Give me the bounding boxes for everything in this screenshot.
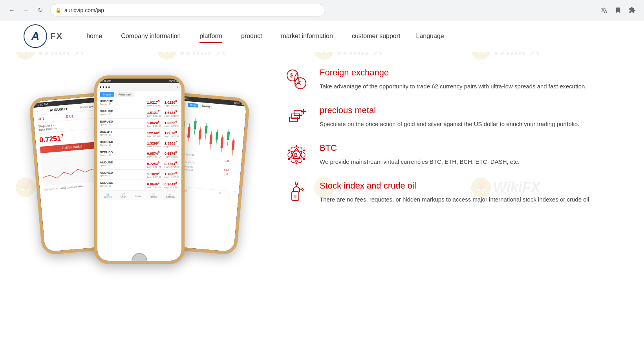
tab-advanced[interactable]: Advanced [115, 92, 134, 97]
center-footer: 📊Quotes 📈Chart ↕Trade 🕐History ⚙Setti [97, 190, 181, 200]
info-section: $ € Foreign exchange Take advantage of t… [283, 60, 620, 335]
stock-icon [283, 181, 310, 204]
main-nav: home Company information platform produc… [86, 31, 400, 41]
nav-product[interactable]: product [241, 31, 262, 41]
translate-button[interactable] [598, 5, 609, 16]
url-text: auricvip.com/jap [64, 7, 104, 13]
main-content: 10:50 AM ▋▋▋ ‹ AUDUSD▼ Market Execution … [0, 52, 644, 350]
footer-history[interactable]: 🕐History [150, 193, 157, 198]
btc-content: BTC We provide mainstream virtual curren… [320, 143, 620, 167]
list-item[interactable]: EURUSDSpread: 16 1.06208Low: 1.06105 1.0… [97, 119, 181, 129]
logo-a: A [31, 30, 39, 42]
feature-forex: $ € Foreign exchange Take advantage of t… [283, 68, 620, 91]
language-selector[interactable]: Language [416, 33, 444, 40]
nav-support[interactable]: customer support [352, 31, 401, 41]
footer-trade[interactable]: ↕Trade [135, 193, 141, 198]
forex-content: Foreign exchange Take advantage of the o… [320, 68, 620, 91]
nav-buttons: ← → ↻ [6, 5, 46, 16]
left-price-1: -0.1 [37, 116, 44, 121]
svg-rect-38 [292, 114, 300, 119]
right-battery: 96% 🔋 [234, 101, 245, 105]
browser-chrome: ← → ↻ 🔒 auricvip.com/jap [0, 0, 644, 20]
header: A FX home Company information platform p… [0, 20, 644, 52]
svg-rect-17 [220, 137, 223, 148]
nav-platform[interactable]: platform [199, 31, 222, 41]
right-tab-custom[interactable]: Custom [199, 104, 212, 109]
list-item[interactable]: USDCHFSpread: 25 1.02175Low: 1.01952 1.0… [97, 98, 181, 108]
forex-desc: Take advantage of the opportunity to tra… [320, 82, 620, 91]
precious-content: precious metal Speculate on the price ac… [320, 105, 620, 129]
footer-quotes[interactable]: 📊Quotes [104, 193, 112, 198]
svg-point-45 [296, 145, 298, 147]
svg-rect-11 [205, 126, 207, 134]
btc-icon: B [283, 143, 310, 167]
address-bar[interactable]: 🔒 auricvip.com/jap [50, 4, 325, 16]
list-item[interactable]: USDCADSpread: 30 1.32987Low: 1.32862 1.3… [97, 139, 181, 149]
back-button[interactable]: ← [6, 5, 17, 16]
svg-text:€: € [298, 80, 301, 86]
nav-company[interactable]: Company information [121, 31, 181, 41]
svg-point-49 [288, 158, 290, 160]
left-time: 10:50 AM [36, 103, 48, 107]
right-tab-month[interactable]: Month [188, 103, 198, 108]
nav-market[interactable]: market information [281, 31, 333, 41]
feature-stock: Stock index and crude oil There are no f… [283, 181, 620, 204]
footer-chart[interactable]: 📈Chart [121, 193, 126, 198]
list-item[interactable]: GBPUSDSpread: 18 1.51217Low: 1.51169 1.5… [97, 108, 181, 119]
list-item[interactable]: NZDUSDSpread: 20 0.65748Low: 0.65714 0.6… [97, 149, 181, 159]
logo-circle: A [24, 24, 47, 48]
svg-rect-21 [232, 140, 235, 150]
precious-title: precious metal [320, 105, 620, 115]
list-item[interactable]: AUDUSDSpread: 16 0.72530Low: 0.72478 0.7… [97, 159, 181, 170]
btc-title: BTC [320, 143, 620, 153]
precious-icon [283, 105, 310, 129]
svg-rect-52 [294, 195, 296, 198]
svg-point-46 [303, 150, 305, 152]
svg-rect-5 [187, 127, 190, 137]
svg-text:$: $ [290, 72, 293, 79]
left-currency: AUDUSD▼ [49, 106, 68, 112]
center-time: 10:45 AM [100, 79, 112, 82]
right-footer-settings[interactable]: ⚙ [219, 192, 221, 194]
forward-button[interactable]: → [20, 5, 31, 16]
forex-title: Foreign exchange [320, 68, 620, 78]
svg-point-48 [296, 163, 298, 165]
security-icon: 🔒 [55, 7, 61, 13]
list-item[interactable]: AUDCADSpread: 31 0.96461Low: 0.96321 0.9… [97, 180, 181, 190]
footer-settings[interactable]: ⚙Settings [166, 193, 175, 198]
svg-rect-37 [289, 117, 297, 122]
svg-rect-19 [227, 132, 230, 140]
reload-button[interactable]: ↻ [35, 5, 46, 16]
svg-text:-0.33: -0.33 [224, 159, 230, 162]
bookmark-button[interactable] [613, 5, 624, 16]
phones-section: 10:50 AM ▋▋▋ ‹ AUDUSD▼ Market Execution … [24, 64, 267, 291]
center-battery: 99% 🔋 [169, 79, 179, 82]
svg-point-50 [288, 150, 290, 152]
feature-precious: precious metal Speculate on the price ac… [283, 105, 620, 129]
forex-icon: $ € [283, 68, 310, 91]
browser-actions [598, 5, 638, 16]
extensions-button[interactable] [627, 5, 638, 16]
language-label: Language [416, 33, 444, 39]
left-price-2: -0.01 [64, 114, 74, 119]
center-plus: ＋ [176, 85, 179, 89]
nav-home[interactable]: home [86, 31, 102, 41]
phone-center-screen: 10:45 AM 99% 🔋 ● ● ● ● ＋ Simple Advanced [97, 79, 181, 261]
btc-desc: We provide mainstream virtual currencies… [320, 157, 620, 167]
phone-center: 10:45 AM 99% 🔋 ● ● ● ● ＋ Simple Advanced [94, 75, 185, 264]
list-item[interactable]: USDJPYSpread: 15 122.693Low: 122.668 122… [97, 129, 181, 139]
center-header: ● ● ● ● ＋ [97, 83, 181, 91]
svg-point-47 [303, 158, 305, 160]
svg-rect-9 [198, 130, 201, 139]
svg-text:B: B [294, 152, 298, 158]
logo[interactable]: A FX [24, 24, 63, 48]
list-item[interactable]: AUDNZDSpread: 33 1.10293Low: 1.10167 1.1… [97, 170, 181, 180]
stock-title: Stock index and crude oil [320, 181, 620, 191]
svg-text:-0.14: -0.14 [223, 169, 229, 171]
tab-simple[interactable]: Simple [100, 92, 114, 97]
stock-content: Stock index and crude oil There are no f… [320, 181, 620, 204]
center-header-text: ● ● ● ● [100, 85, 110, 89]
logo-text: FX [50, 31, 63, 41]
stock-desc: There are no fees, requotes, or hidden m… [320, 195, 620, 204]
svg-rect-15 [216, 132, 218, 140]
